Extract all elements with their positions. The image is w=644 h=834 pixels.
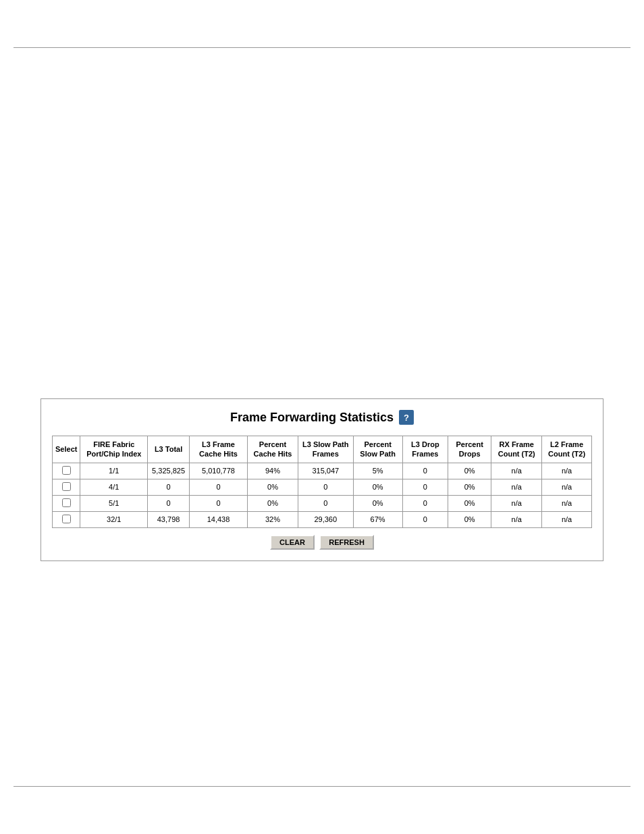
panel-title-text: Frame Forwarding Statistics <box>230 411 394 425</box>
cell-l3_total: 0 <box>148 495 190 511</box>
cell-pct_slow_path: 67% <box>353 511 402 527</box>
cell-l3_drop_frames: 0 <box>402 463 448 479</box>
cell-rx_frame_count: n/a <box>491 511 542 527</box>
cell-rx_frame_count: n/a <box>491 463 542 479</box>
select-cell[interactable] <box>53 463 80 479</box>
col-header-l3-total: L3 Total <box>148 436 190 463</box>
cell-pct_drops: 0% <box>448 463 491 479</box>
cell-port: 32/1 <box>80 511 148 527</box>
col-header-pct-cache-hits: Percent Cache Hits <box>247 436 298 463</box>
cell-pct_drops: 0% <box>448 495 491 511</box>
col-header-l3-drop-frames: L3 Drop Frames <box>402 436 448 463</box>
select-cell[interactable] <box>53 495 80 511</box>
table-row: 4/1000%00%00%n/an/a <box>53 479 592 495</box>
cell-l3_cache_hits: 0 <box>190 495 248 511</box>
refresh-button[interactable]: REFRESH <box>319 535 374 550</box>
col-header-l3-cache-hits: L3 Frame Cache Hits <box>190 436 248 463</box>
select-checkbox[interactable] <box>62 515 71 523</box>
col-header-pct-drops: Percent Drops <box>448 436 491 463</box>
cell-pct_drops: 0% <box>448 511 491 527</box>
main-content: Frame Forwarding Statistics ? Select FIR… <box>41 398 603 561</box>
cell-l3_slow_path: 315,047 <box>298 463 353 479</box>
clear-button[interactable]: CLEAR <box>270 535 315 550</box>
cell-rx_frame_count: n/a <box>491 479 542 495</box>
cell-pct_cache_hits: 0% <box>247 479 298 495</box>
frame-forwarding-panel: Frame Forwarding Statistics ? Select FIR… <box>41 398 603 561</box>
table-row: 1/15,325,8255,010,77894%315,0475%00%n/an… <box>53 463 592 479</box>
cell-l3_slow_path: 0 <box>298 479 353 495</box>
panel-title: Frame Forwarding Statistics ? <box>52 410 592 425</box>
help-icon[interactable]: ? <box>399 410 414 425</box>
cell-l3_cache_hits: 14,438 <box>190 511 248 527</box>
cell-l3_drop_frames: 0 <box>402 479 448 495</box>
cell-port: 5/1 <box>80 495 148 511</box>
bottom-divider <box>14 786 630 787</box>
cell-pct_cache_hits: 94% <box>247 463 298 479</box>
select-cell[interactable] <box>53 511 80 527</box>
cell-rx_frame_count: n/a <box>491 495 542 511</box>
cell-pct_cache_hits: 0% <box>247 495 298 511</box>
cell-l3_slow_path: 29,360 <box>298 511 353 527</box>
cell-l2_frame_count: n/a <box>542 479 592 495</box>
cell-l3_slow_path: 0 <box>298 495 353 511</box>
cell-l2_frame_count: n/a <box>542 463 592 479</box>
col-header-l2-frame-count: L2 Frame Count (T2) <box>542 436 592 463</box>
cell-pct_slow_path: 0% <box>353 479 402 495</box>
col-header-pct-slow-path: Percent Slow Path <box>353 436 402 463</box>
cell-port: 4/1 <box>80 479 148 495</box>
buttons-row: CLEAR REFRESH <box>52 535 592 550</box>
select-cell[interactable] <box>53 479 80 495</box>
col-header-l3-slow-path: L3 Slow Path Frames <box>298 436 353 463</box>
cell-l3_total: 0 <box>148 479 190 495</box>
cell-l2_frame_count: n/a <box>542 495 592 511</box>
select-checkbox[interactable] <box>62 498 71 507</box>
cell-l3_total: 5,325,825 <box>148 463 190 479</box>
table-row: 5/1000%00%00%n/an/a <box>53 495 592 511</box>
cell-l3_total: 43,798 <box>148 511 190 527</box>
col-header-rx-frame-count: RX Frame Count (T2) <box>491 436 542 463</box>
cell-port: 1/1 <box>80 463 148 479</box>
cell-l3_drop_frames: 0 <box>402 495 448 511</box>
select-checkbox[interactable] <box>62 466 71 475</box>
table-row: 32/143,79814,43832%29,36067%00%n/an/a <box>53 511 592 527</box>
select-checkbox[interactable] <box>62 482 71 491</box>
col-header-port: FIRE Fabric Port/Chip Index <box>80 436 148 463</box>
cell-pct_slow_path: 0% <box>353 495 402 511</box>
cell-l3_drop_frames: 0 <box>402 511 448 527</box>
cell-l2_frame_count: n/a <box>542 511 592 527</box>
cell-pct_slow_path: 5% <box>353 463 402 479</box>
top-divider <box>14 47 630 48</box>
cell-l3_cache_hits: 0 <box>190 479 248 495</box>
cell-l3_cache_hits: 5,010,778 <box>190 463 248 479</box>
cell-pct_drops: 0% <box>448 479 491 495</box>
col-header-select: Select <box>53 436 80 463</box>
cell-pct_cache_hits: 32% <box>247 511 298 527</box>
stats-table: Select FIRE Fabric Port/Chip Index L3 To… <box>52 436 592 528</box>
